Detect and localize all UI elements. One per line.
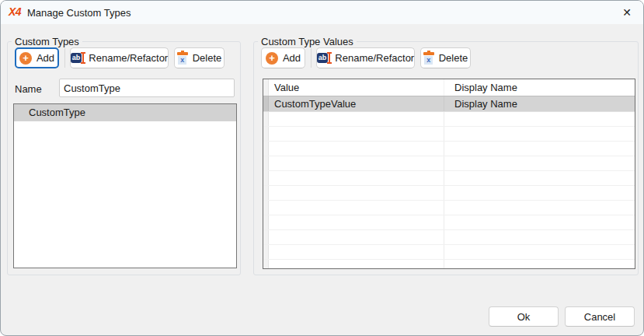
add-button-label: Add <box>283 52 301 64</box>
table-empty-row[interactable] <box>263 127 635 142</box>
row-selector-cell <box>263 112 269 126</box>
row-selector-cell <box>263 142 269 156</box>
value-cell <box>269 142 444 156</box>
value-cell <box>269 156 444 170</box>
list-item[interactable]: CustomType <box>14 104 236 121</box>
rename-icon: ab <box>71 52 85 64</box>
add-icon: + <box>266 52 278 65</box>
delete-custom-type-value-button[interactable]: x Delete <box>420 47 471 68</box>
rename-custom-type-value-button[interactable]: ab Rename/Refactor <box>316 47 415 68</box>
custom-type-values-group-label: Custom Type Values <box>258 35 357 48</box>
display-name-cell <box>444 112 635 126</box>
table-empty-row[interactable] <box>263 201 635 215</box>
row-selector-cell <box>263 186 269 200</box>
display-name-cell <box>444 171 635 185</box>
table-empty-row[interactable] <box>263 260 635 269</box>
header-selector-cell <box>263 79 269 96</box>
toolbar-separator <box>311 48 312 68</box>
value-cell <box>269 112 444 126</box>
display-name-cell <box>444 245 635 259</box>
close-icon: ✕ <box>622 6 632 19</box>
window-title: Manage Custom Types <box>27 7 131 19</box>
add-custom-type-value-button[interactable]: + Add <box>261 47 305 68</box>
toolbar-separator <box>64 48 65 68</box>
table-empty-row[interactable] <box>263 112 635 127</box>
row-selector-cell <box>263 230 269 244</box>
table-empty-row[interactable] <box>263 230 635 245</box>
rename-button-label: Rename/Refactor <box>89 52 168 64</box>
name-input[interactable] <box>59 79 235 97</box>
ok-button[interactable]: Ok <box>489 306 559 327</box>
display-name-cell <box>444 127 635 141</box>
close-button[interactable]: ✕ <box>616 3 638 22</box>
display-name-cell <box>444 260 635 269</box>
value-cell <box>269 260 444 269</box>
table-empty-row[interactable] <box>263 156 635 171</box>
manage-custom-types-dialog: X4 Manage Custom Types ✕ Custom Types + … <box>0 0 644 336</box>
row-selector-cell <box>263 260 269 269</box>
display-name-cell <box>444 186 635 200</box>
rename-icon: ab <box>317 52 331 64</box>
value-cell <box>269 230 444 244</box>
add-icon: + <box>19 52 32 65</box>
table-empty-row[interactable] <box>263 186 635 201</box>
table-empty-row[interactable] <box>263 245 635 260</box>
value-cell: CustomTypeValue <box>269 96 444 111</box>
table-empty-row[interactable] <box>263 215 635 230</box>
delete-button-label: Delete <box>439 52 468 64</box>
display-name-cell <box>444 142 635 156</box>
display-name-cell <box>444 156 635 170</box>
row-selector-cell <box>263 245 269 259</box>
delete-icon: x <box>423 52 434 65</box>
display-name-cell <box>444 215 635 229</box>
display-name-cell <box>444 230 635 244</box>
add-button-label: Add <box>37 52 54 64</box>
name-label: Name <box>15 83 42 95</box>
title-bar: X4 Manage Custom Types ✕ <box>1 1 643 24</box>
rename-custom-type-button[interactable]: ab Rename/Refactor <box>70 47 169 68</box>
row-selector-cell <box>263 127 269 141</box>
row-selector-cell <box>263 215 269 229</box>
value-cell <box>269 127 444 141</box>
display-name-cell: Display Name <box>444 96 635 111</box>
row-selector-cell <box>263 156 269 170</box>
value-cell <box>269 186 444 200</box>
row-selector-cell <box>263 201 269 215</box>
table-empty-row[interactable] <box>263 171 635 186</box>
delete-button-label: Delete <box>193 52 222 64</box>
app-logo: X4 <box>9 5 21 18</box>
delete-custom-type-button[interactable]: x Delete <box>174 47 225 68</box>
value-cell <box>269 171 444 185</box>
table-body: CustomTypeValueDisplay Name <box>263 96 635 269</box>
cancel-button[interactable]: Cancel <box>565 306 635 327</box>
table-empty-row[interactable] <box>263 142 635 156</box>
custom-types-list[interactable]: CustomType <box>13 103 237 268</box>
add-custom-type-button[interactable]: + Add <box>15 47 59 68</box>
rename-button-label: Rename/Refactor <box>335 52 414 64</box>
table-header: Value Display Name <box>263 79 635 96</box>
custom-type-values-table: Value Display Name CustomTypeValueDispla… <box>263 79 635 269</box>
custom-types-group-label: Custom Types <box>12 35 82 48</box>
table-row[interactable]: CustomTypeValueDisplay Name <box>263 96 635 112</box>
value-cell <box>269 245 444 259</box>
column-header-value[interactable]: Value <box>269 79 444 96</box>
delete-icon: x <box>177 52 188 65</box>
column-header-display-name[interactable]: Display Name <box>444 79 635 96</box>
row-selector-cell <box>263 96 269 111</box>
value-cell <box>269 201 444 215</box>
display-name-cell <box>444 201 635 215</box>
value-cell <box>269 215 444 229</box>
row-selector-cell <box>263 171 269 185</box>
